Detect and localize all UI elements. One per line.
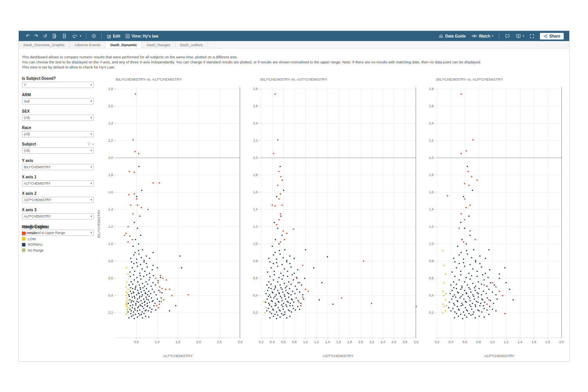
mark-normal[interactable]: [504, 267, 506, 268]
mark-normal[interactable]: [297, 269, 298, 270]
mark-normal[interactable]: [274, 271, 275, 272]
mark-normal[interactable]: [457, 306, 458, 307]
mark-normal[interactable]: [463, 311, 464, 313]
mark-normal[interactable]: [486, 293, 487, 294]
mark-normal[interactable]: [467, 166, 468, 167]
filter-select-x-axis-2[interactable]: AST*CHEMISTRY▾: [22, 197, 94, 203]
mark-normal[interactable]: [499, 278, 500, 279]
mark-normal[interactable]: [134, 308, 135, 309]
watch-button[interactable]: Watch ▾: [471, 34, 493, 38]
filter-select-x-axis-1[interactable]: ALT*CHEMISTRY▾: [22, 180, 94, 187]
mark-high[interactable]: [280, 176, 281, 177]
mark-normal[interactable]: [473, 311, 474, 313]
mark-high[interactable]: [171, 295, 172, 296]
view-indicator[interactable]: View: Hy's law: [125, 34, 158, 39]
mark-high[interactable]: [281, 205, 283, 206]
data-guide-button[interactable]: Data Guide: [438, 34, 466, 39]
mark-normal[interactable]: [303, 298, 304, 300]
mark-normal[interactable]: [130, 287, 131, 288]
mark-normal[interactable]: [280, 284, 281, 286]
mark-normal[interactable]: [475, 306, 476, 307]
mark-normal[interactable]: [139, 284, 140, 286]
mark-normal[interactable]: [138, 250, 139, 251]
mark-normal[interactable]: [284, 283, 285, 284]
mark-normal[interactable]: [459, 279, 460, 281]
mark-normal[interactable]: [143, 276, 144, 277]
mark-normal[interactable]: [149, 302, 150, 303]
mark-normal[interactable]: [142, 283, 143, 284]
mark-no_range[interactable]: [125, 314, 127, 315]
mark-normal[interactable]: [149, 258, 150, 259]
mark-normal[interactable]: [135, 304, 136, 306]
mark-normal[interactable]: [136, 196, 137, 197]
mark-normal[interactable]: [479, 310, 480, 311]
mark-normal[interactable]: [275, 239, 276, 240]
mark-normal[interactable]: [462, 318, 463, 319]
mark-normal[interactable]: [461, 286, 463, 287]
mark-normal[interactable]: [134, 252, 136, 253]
mark-normal[interactable]: [130, 291, 131, 292]
mark-normal[interactable]: [133, 246, 134, 247]
mark-normal[interactable]: [474, 287, 475, 288]
mark-normal[interactable]: [470, 279, 471, 280]
mark-high[interactable]: [280, 213, 281, 214]
mark-normal[interactable]: [139, 273, 140, 274]
funnel-icon[interactable]: [87, 142, 91, 146]
mark-high[interactable]: [158, 307, 159, 308]
mark-normal[interactable]: [142, 317, 143, 318]
mark-high[interactable]: [278, 219, 280, 220]
mark-no_range[interactable]: [445, 293, 446, 294]
mark-high[interactable]: [130, 205, 131, 206]
mark-low[interactable]: [445, 299, 446, 300]
mark-normal[interactable]: [148, 310, 149, 311]
mark-normal[interactable]: [479, 263, 480, 264]
mark-low[interactable]: [125, 286, 127, 288]
mark-normal[interactable]: [473, 249, 474, 250]
mark-normal[interactable]: [472, 314, 473, 315]
mark-normal[interactable]: [481, 311, 482, 313]
mark-low[interactable]: [126, 309, 127, 310]
mark-normal[interactable]: [276, 304, 277, 306]
mark-normal[interactable]: [142, 311, 143, 313]
mark-normal[interactable]: [156, 294, 157, 295]
mark-normal[interactable]: [134, 279, 135, 281]
filter-select-subject[interactable]: (All)▾: [22, 147, 94, 154]
mark-normal[interactable]: [135, 287, 136, 288]
mark-normal[interactable]: [142, 249, 143, 250]
mark-normal[interactable]: [269, 311, 271, 313]
mark-normal[interactable]: [267, 272, 268, 273]
mark-high[interactable]: [273, 153, 274, 154]
mark-normal[interactable]: [289, 263, 290, 264]
mark-normal[interactable]: [472, 283, 473, 284]
mark-normal[interactable]: [281, 313, 282, 314]
mark-normal[interactable]: [472, 268, 473, 270]
mark-normal[interactable]: [276, 259, 277, 260]
refresh-icon[interactable]: [52, 33, 57, 39]
mark-high[interactable]: [470, 205, 471, 206]
mark-normal[interactable]: [146, 263, 147, 264]
mark-normal[interactable]: [145, 293, 146, 294]
mark-normal[interactable]: [483, 291, 484, 292]
mark-normal[interactable]: [464, 281, 465, 282]
mark-high[interactable]: [133, 139, 134, 140]
mark-normal[interactable]: [452, 308, 454, 309]
mark-normal[interactable]: [135, 239, 136, 240]
mark-low[interactable]: [126, 301, 127, 302]
mark-normal[interactable]: [129, 284, 130, 286]
mark-normal[interactable]: [461, 239, 463, 240]
mark-normal[interactable]: [456, 267, 457, 268]
mark-high[interactable]: [274, 94, 276, 95]
mark-normal[interactable]: [280, 254, 281, 255]
mark-normal[interactable]: [286, 261, 287, 263]
mark-high[interactable]: [152, 182, 154, 183]
mark-normal[interactable]: [271, 313, 272, 314]
mark-normal[interactable]: [499, 273, 500, 275]
mark-normal[interactable]: [290, 294, 292, 295]
mark-normal[interactable]: [140, 300, 142, 301]
mark-normal[interactable]: [142, 268, 143, 270]
mark-high[interactable]: [127, 226, 129, 227]
mark-normal[interactable]: [269, 294, 270, 295]
mark-normal[interactable]: [486, 286, 488, 287]
mark-normal[interactable]: [470, 306, 471, 307]
mark-normal[interactable]: [161, 292, 163, 293]
